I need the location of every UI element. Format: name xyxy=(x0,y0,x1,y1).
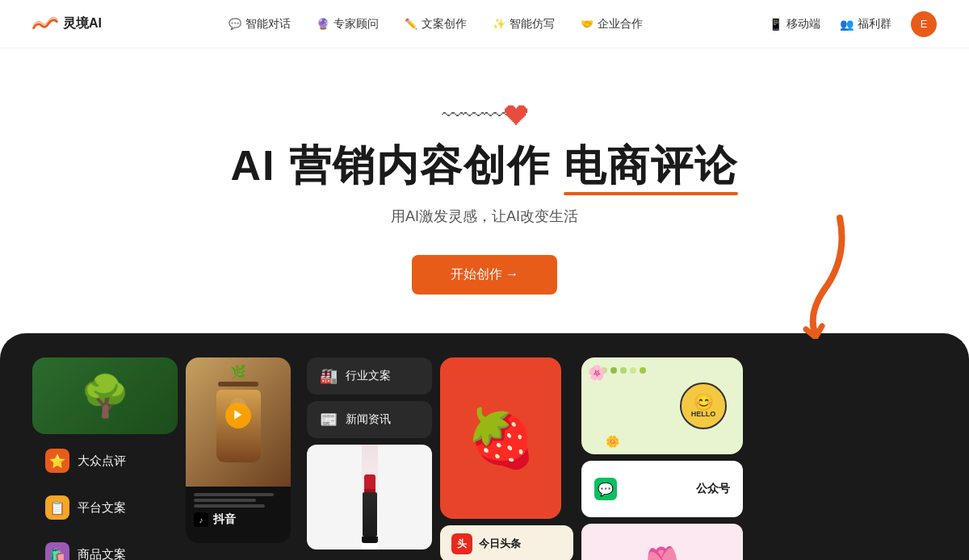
dot-6 xyxy=(640,367,646,374)
flower-deco-1: 🌸 xyxy=(588,364,606,382)
wechat-card[interactable]: 💬 公众号 xyxy=(581,461,743,517)
video-line-2 xyxy=(194,499,256,502)
product-icon-box: 🛍️ xyxy=(45,542,69,560)
col2: 🌿 ▶ ♪ 抖音 xyxy=(186,357,299,560)
start-create-button[interactable]: 开始创作 → xyxy=(412,255,557,295)
mobile-icon: 📱 xyxy=(769,18,782,31)
tiktok-icon: ♪ xyxy=(194,512,208,527)
nav-item-enterprise[interactable]: 🤝 企业合作 xyxy=(581,17,643,31)
nav-label-copy: 文案创作 xyxy=(422,17,467,31)
menu-product-label: 商品文案 xyxy=(78,547,126,560)
menu-dianping-label: 大众点评 xyxy=(78,453,126,469)
strawberry-card: 🍓 xyxy=(440,357,561,519)
nav-item-copy[interactable]: ✏️ 文案创作 xyxy=(405,17,467,31)
cards-grid: 🌳 ⭐ 大众点评 📋 平台文案 🛍️ 商品文案 🛒 电商文案 xyxy=(0,333,969,560)
industry-card[interactable]: 🏭 行业文案 xyxy=(307,357,432,395)
enterprise-icon: 🤝 xyxy=(581,18,594,30)
chat-icon: 💬 xyxy=(229,18,241,30)
video-line-3 xyxy=(194,504,265,508)
tree-emoji: 🌳 xyxy=(80,373,130,420)
video-bottom: ♪ 抖音 xyxy=(186,487,291,533)
flower-deco-2: 🌼 xyxy=(606,435,619,448)
arrow-decoration xyxy=(775,210,856,339)
video-line-1 xyxy=(194,493,274,496)
wechat-icon: 💬 xyxy=(594,478,617,500)
nav-item-chat[interactable]: 💬 智能对话 xyxy=(229,17,291,31)
toutiao-card[interactable]: 头 今日头条 xyxy=(440,525,573,560)
dot-3 xyxy=(610,367,617,374)
industry-label: 行业文案 xyxy=(346,369,391,383)
logo-text: 灵境AI xyxy=(63,15,102,32)
mobile-btn[interactable]: 📱 移动端 xyxy=(769,17,820,31)
imitate-icon: ✨ xyxy=(493,18,505,30)
col3: 🏭 行业文案 📰 新闻资讯 xyxy=(307,357,432,560)
hello-card: 😊 HELLO 🌸 🌼 xyxy=(581,357,743,454)
welfare-btn[interactable]: 👥 福利群 xyxy=(840,17,891,31)
tulip-emoji: 🌷 xyxy=(632,544,693,560)
dot-4 xyxy=(620,367,627,374)
logo-icon xyxy=(32,16,58,32)
hello-smiley: 😊 xyxy=(694,394,714,410)
welfare-label: 福利群 xyxy=(858,17,891,31)
industry-icon: 🏭 xyxy=(320,367,338,385)
user-avatar[interactable]: E xyxy=(911,11,937,37)
lipstick-card xyxy=(307,445,432,550)
navbar: 灵境AI 💬 智能对话 🔮 专家顾问 ✏️ 文案创作 ✨ 智能仿写 🤝 企业合作… xyxy=(0,0,969,48)
hello-text: HELLO xyxy=(691,410,716,418)
hero-title-highlight: 电商评论 xyxy=(564,140,738,190)
dot-5 xyxy=(630,367,636,374)
logo[interactable]: 灵境AI xyxy=(32,15,102,32)
flower-card: 🌷 xyxy=(581,524,743,560)
nav-item-expert[interactable]: 🔮 专家顾问 xyxy=(317,17,379,31)
video-card[interactable]: 🌿 ▶ ♪ 抖音 xyxy=(186,357,291,543)
expert-icon: 🔮 xyxy=(317,18,329,30)
nav-label-enterprise: 企业合作 xyxy=(598,17,643,31)
menu-dianping[interactable]: ⭐ 大众点评 xyxy=(32,441,178,481)
toutiao-label: 今日头条 xyxy=(479,537,521,551)
col5: 😊 HELLO 🌸 🌼 💬 公众号 🌷 xyxy=(581,357,755,560)
menu-platform-label: 平台文案 xyxy=(78,500,126,516)
video-platform-label: ♪ 抖音 xyxy=(194,512,283,527)
nav-right: 📱 移动端 👥 福利群 E xyxy=(769,11,937,37)
hero-title: AI 营销内容创作 电商评论 xyxy=(16,140,953,190)
hero-decoration: 〰〰〰❤ xyxy=(16,97,953,131)
platform-icon-box: 📋 xyxy=(45,495,69,520)
nav-label-expert: 专家顾问 xyxy=(333,17,379,31)
news-label: 新闻资讯 xyxy=(346,412,391,427)
copy-icon: ✏️ xyxy=(405,18,417,30)
dianping-icon-box: ⭐ xyxy=(45,449,69,473)
news-icon: 📰 xyxy=(320,411,338,428)
play-button[interactable]: ▶ xyxy=(225,403,251,428)
hero-title-main: AI 营销内容创作 xyxy=(231,142,564,189)
news-card[interactable]: 📰 新闻资讯 xyxy=(307,401,432,438)
hero-subtitle: 用AI激发灵感，让AI改变生活 xyxy=(16,207,953,226)
menu-product[interactable]: 🛍️ 商品文案 xyxy=(32,534,178,560)
wechat-label: 公众号 xyxy=(696,482,730,496)
welfare-icon: 👥 xyxy=(840,18,854,31)
mobile-label: 移动端 xyxy=(787,17,820,31)
menu-platform[interactable]: 📋 平台文案 xyxy=(32,487,178,528)
nav-item-imitate[interactable]: ✨ 智能仿写 xyxy=(493,17,555,31)
col1: 🌳 ⭐ 大众点评 📋 平台文案 🛍️ 商品文案 🛒 电商文案 xyxy=(32,357,178,560)
tree-image-card: 🌳 xyxy=(32,357,178,434)
nav-label-imitate: 智能仿写 xyxy=(510,17,555,31)
video-label-text: 抖音 xyxy=(213,512,236,527)
video-thumbnail: 🌿 ▶ xyxy=(186,357,291,487)
nav-links: 💬 智能对话 🔮 专家顾问 ✏️ 文案创作 ✨ 智能仿写 🤝 企业合作 xyxy=(229,17,643,31)
hello-badge: 😊 HELLO xyxy=(680,382,727,429)
col4: 🍓 头 今日头条 📖 xyxy=(440,357,573,560)
strawberry-emoji: 🍓 xyxy=(466,410,536,466)
user-initial: E xyxy=(921,18,928,30)
toutiao-icon: 头 xyxy=(451,533,472,554)
video-text-lines xyxy=(194,493,283,508)
hero-section: 〰〰〰❤ AI 营销内容创作 电商评论 用AI激发灵感，让AI改变生活 开始创作… xyxy=(0,48,969,333)
nav-label-chat: 智能对话 xyxy=(245,17,291,31)
